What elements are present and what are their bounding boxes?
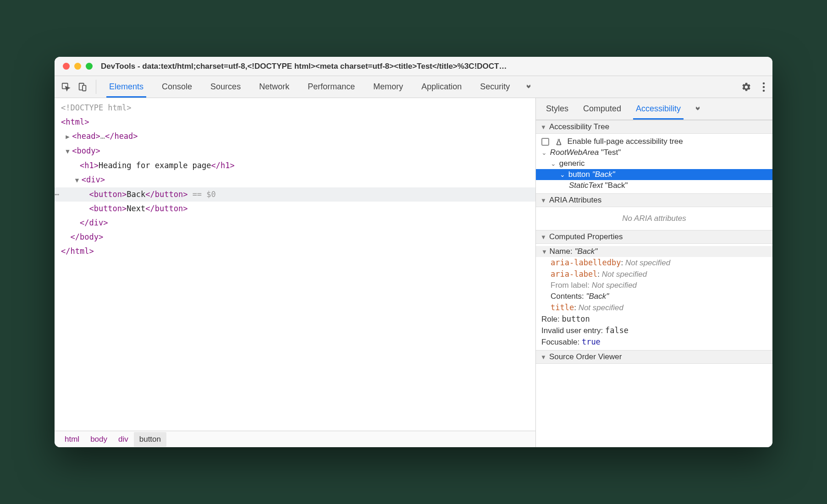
tab-memory[interactable]: Memory	[364, 76, 412, 98]
dom-line[interactable]: ▶<head>…</head>	[55, 129, 535, 144]
breadcrumbs: html body div button	[55, 431, 535, 447]
expand-icon[interactable]: ▶	[66, 130, 72, 144]
tab-security[interactable]: Security	[471, 76, 519, 98]
prop-role: Role: button	[541, 313, 767, 325]
prop-aria-labelledby: aria-labelledby: Not specified	[541, 257, 767, 268]
dom-line[interactable]: ▼<div>	[55, 173, 535, 187]
crumb-html[interactable]: html	[59, 432, 85, 447]
titlebar: DevTools - data:text/html;charset=utf-8,…	[55, 57, 772, 76]
section-title: Accessibility Tree	[549, 122, 609, 131]
tab-network[interactable]: Network	[250, 76, 298, 98]
checkbox[interactable]	[541, 138, 549, 146]
close-window-button[interactable]	[63, 63, 70, 70]
sidebar-tabs: Styles Computed Accessibility	[536, 98, 772, 120]
tree-row-button-selected[interactable]: ⌄ button "Back"	[536, 169, 772, 180]
device-toggle-icon[interactable]	[77, 82, 88, 92]
tab-console[interactable]: Console	[153, 76, 201, 98]
tab-application[interactable]: Application	[412, 76, 471, 98]
svg-point-5	[763, 89, 765, 92]
section-aria-attributes[interactable]: ▼ARIA Attributes	[536, 193, 772, 207]
traffic-lights	[63, 63, 93, 70]
svg-point-3	[763, 82, 765, 84]
experiment-icon	[555, 138, 562, 146]
section-title: ARIA Attributes	[549, 196, 601, 205]
section-computed-properties[interactable]: ▼Computed Properties	[536, 230, 772, 244]
crumb-body[interactable]: body	[85, 432, 113, 447]
collapse-icon: ▼	[540, 124, 546, 131]
sidebar-panel: Styles Computed Accessibility ▼Accessibi…	[536, 98, 772, 447]
computed-body: ▼ Name: "Back" aria-labelledby: Not spec…	[536, 244, 772, 350]
tab-sources[interactable]: Sources	[201, 76, 250, 98]
collapse-icon[interactable]: ⌄	[560, 171, 566, 178]
prop-aria-label: aria-label: Not specified	[541, 268, 767, 280]
collapse-icon[interactable]: ▼	[75, 173, 82, 187]
tree-row-generic[interactable]: ⌄ generic	[541, 158, 767, 169]
section-title: Source Order Viewer	[549, 352, 622, 362]
dom-line[interactable]: <h1>Heading for example page</h1>	[55, 159, 535, 173]
dom-line[interactable]: </html>	[55, 244, 535, 258]
dom-line[interactable]: <!DOCTYPE html>	[55, 101, 535, 115]
collapse-icon: ▼	[540, 197, 546, 204]
prop-focusable: Focusable: true	[541, 336, 767, 348]
content-area: <!DOCTYPE html> <html> ▶<head>…</head> ▼…	[55, 98, 772, 447]
kebab-menu-icon[interactable]	[757, 76, 771, 98]
section-title: Computed Properties	[549, 232, 623, 241]
enable-full-page-label: Enable full-page accessibility tree	[567, 137, 683, 146]
collapse-icon: ▼	[540, 234, 546, 241]
crumb-button[interactable]: button	[134, 432, 166, 447]
collapse-icon: ▼	[541, 248, 547, 255]
window-title: DevTools - data:text/html;charset=utf-8,…	[101, 62, 764, 71]
subtab-styles[interactable]: Styles	[539, 98, 576, 120]
tree-row-root[interactable]: ⌄ RootWebArea "Test"	[541, 147, 767, 158]
section-accessibility-tree[interactable]: ▼Accessibility Tree	[536, 120, 772, 134]
collapse-icon: ▼	[540, 354, 546, 361]
maximize-window-button[interactable]	[86, 63, 93, 70]
svg-rect-2	[83, 85, 86, 91]
dom-line[interactable]: <button>Next</button>	[55, 202, 535, 216]
separator	[96, 80, 96, 94]
subtab-computed[interactable]: Computed	[576, 98, 629, 120]
settings-icon[interactable]	[736, 76, 757, 98]
minimize-window-button[interactable]	[74, 63, 81, 70]
svg-point-4	[763, 86, 765, 88]
computed-name-row[interactable]: ▼ Name: "Back"	[536, 246, 772, 257]
devtools-window: DevTools - data:text/html;charset=utf-8,…	[55, 57, 772, 447]
prop-contents: Contents: "Back"	[541, 291, 767, 302]
collapse-icon[interactable]: ⌄	[541, 149, 548, 156]
crumb-div[interactable]: div	[113, 432, 134, 447]
more-subtabs-icon[interactable]	[688, 98, 707, 120]
main-tabbar: Elements Console Sources Network Perform…	[55, 76, 772, 98]
no-aria-text: No ARIA attributes	[541, 209, 767, 228]
collapse-icon[interactable]: ▼	[66, 144, 72, 159]
dom-line[interactable]: <html>	[55, 115, 535, 129]
prop-from-label: From label: Not specified	[541, 280, 767, 291]
toolbar-left-icons	[56, 76, 92, 98]
prop-invalid: Invalid user entry: false	[541, 325, 767, 336]
subtab-accessibility[interactable]: Accessibility	[629, 98, 688, 120]
collapse-icon[interactable]: ⌄	[551, 160, 557, 167]
dom-tree[interactable]: <!DOCTYPE html> <html> ▶<head>…</head> ▼…	[55, 98, 535, 431]
tab-performance[interactable]: Performance	[298, 76, 364, 98]
dom-line[interactable]: ▼<body>	[55, 144, 535, 159]
accessibility-tree-body: Enable full-page accessibility tree ⌄ Ro…	[536, 134, 772, 193]
dom-line-selected[interactable]: ⋯ <button>Back</button> == $0	[55, 187, 535, 202]
enable-full-page-row[interactable]: Enable full-page accessibility tree	[541, 136, 767, 147]
dom-line[interactable]: </div>	[55, 216, 535, 230]
overflow-icon[interactable]: ⋯	[55, 187, 59, 202]
prop-title: title: Not specified	[541, 302, 767, 313]
elements-panel: <!DOCTYPE html> <html> ▶<head>…</head> ▼…	[55, 98, 536, 447]
aria-body: No ARIA attributes	[536, 207, 772, 230]
section-source-order[interactable]: ▼Source Order Viewer	[536, 350, 772, 364]
more-tabs-icon[interactable]	[519, 76, 538, 98]
inspect-icon[interactable]	[61, 82, 71, 92]
dom-line[interactable]: </body>	[55, 230, 535, 244]
tab-elements[interactable]: Elements	[100, 76, 153, 98]
tree-row-statictext[interactable]: StaticText "Back"	[541, 180, 767, 191]
